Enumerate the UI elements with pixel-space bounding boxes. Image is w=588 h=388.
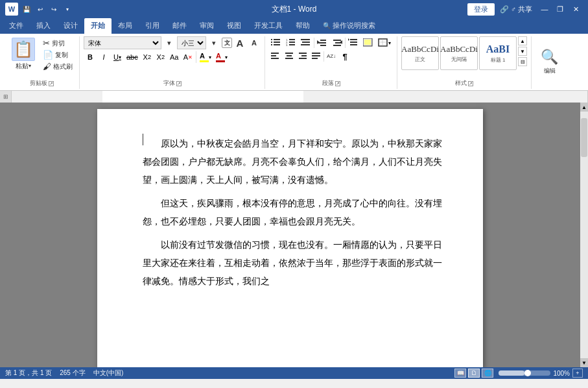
border-button[interactable]: ▾ (376, 36, 393, 49)
tab-layout[interactable]: 布局 (112, 18, 139, 34)
copy-button[interactable]: 📄 复制 (40, 49, 75, 60)
subscript-button[interactable]: X2 (141, 51, 154, 64)
save-quick-btn[interactable]: 💾 (21, 3, 32, 15)
tab-design[interactable]: 设计 (57, 18, 84, 34)
find-button[interactable]: 🔍 编辑 (535, 46, 563, 78)
font-shrink-btn[interactable]: A (248, 36, 261, 49)
document-page[interactable]: 原以为，中秋夜定会皓月当空，月下祥和安宁。原以为，中秋那天家家都会团圆，户户都无… (97, 109, 483, 367)
paste-dropdown-icon[interactable]: ▾ (29, 63, 31, 69)
underline-button[interactable]: U ▾ (111, 51, 124, 64)
tab-file[interactable]: 文件 (3, 18, 30, 34)
style-heading1[interactable]: AaBI 标题 1 (479, 36, 517, 70)
svg-rect-29 (379, 39, 387, 46)
font-expand-icon[interactable]: ↗ (176, 81, 182, 86)
format-painter-button[interactable]: 🖌 格式刷 (40, 61, 75, 72)
read-view-btn[interactable]: 📖 (454, 369, 466, 378)
svg-rect-18 (320, 45, 326, 46)
clear-format-button[interactable]: A ✕ (182, 51, 194, 64)
zoom-thumb[interactable] (524, 370, 531, 376)
superscript-button[interactable]: X2 (154, 51, 167, 64)
font-size-dropdown-btn[interactable]: ▾ (207, 36, 220, 49)
styles-more-btn[interactable]: ⊟ (518, 57, 527, 66)
svg-rect-47 (102, 91, 303, 103)
title-bar-left: W 💾 ↩ ↪ ▾ (5, 3, 73, 16)
zoom-level: 100% (553, 370, 570, 377)
wynneditor-icon[interactable]: 文 (222, 38, 232, 48)
tab-developer[interactable]: 开发工具 (248, 18, 289, 34)
styles-scroll-down-btn[interactable]: ▼ (518, 47, 527, 56)
align-right-button[interactable] (296, 50, 309, 63)
zoom-in-btn[interactable]: + (572, 369, 583, 378)
show-para-button[interactable]: ¶ (338, 50, 351, 63)
bold-button[interactable]: B (84, 51, 97, 64)
undo-quick-btn[interactable]: ↩ (34, 3, 46, 15)
svg-rect-38 (299, 53, 307, 54)
font-size-select[interactable]: 小三 (177, 36, 206, 49)
font-name-select[interactable]: 宋体 (84, 36, 161, 49)
cut-button[interactable]: ✂ 剪切 (40, 38, 75, 49)
clear-format-icon: A (183, 53, 188, 61)
svg-text:↓: ↓ (333, 53, 336, 59)
align-center-button[interactable] (283, 50, 296, 63)
tab-help[interactable]: 帮助 (289, 18, 316, 34)
tab-view[interactable]: 视图 (220, 18, 248, 34)
style-nospacing[interactable]: AaBbCcDi 无间隔 (440, 36, 478, 70)
login-button[interactable]: 登录 (467, 3, 495, 16)
tab-review[interactable]: 审阅 (193, 18, 220, 34)
para-expand-icon[interactable]: ↗ (335, 81, 340, 86)
multilevel-button[interactable] (299, 36, 313, 49)
numbering-button[interactable]: 1.2.3. (284, 36, 298, 49)
clipboard-expand-icon[interactable]: ↗ (49, 81, 54, 86)
highlight-button[interactable]: A ▾ (198, 51, 213, 64)
align-left-button[interactable] (269, 50, 282, 63)
doc-paragraph-1[interactable]: 原以为，中秋夜定会皓月当空，月下祥和安宁。原以为，中秋那天家家都会团圆，户户都无… (143, 135, 444, 189)
web-view-btn[interactable]: 🌐 (482, 369, 493, 378)
tab-insert[interactable]: 插入 (30, 18, 57, 34)
doc-paragraph-3[interactable]: 以前没有过节发微信的习惯，现在也没有。一厢情愿的认为，只要平日里大家还在来往着，… (143, 236, 444, 291)
print-view-btn[interactable]: 🗋 (468, 369, 480, 378)
tab-search[interactable]: 🔍 操作说明搜索 (316, 18, 382, 34)
doc-paragraph-2[interactable]: 但这天，疾风骤雨，根本没有停的意思，月亮成了心中的向往。没有埋怨，也不必埋怨，只… (143, 195, 444, 231)
increase-indent-button[interactable] (330, 36, 344, 49)
scroll-down-button[interactable]: ▼ (580, 358, 588, 367)
scroll-up-button[interactable]: ▲ (580, 103, 588, 112)
bullets-button[interactable] (269, 36, 283, 49)
qa-dropdown-btn[interactable]: ▾ (62, 3, 73, 15)
restore-button[interactable]: ❐ (553, 3, 567, 15)
svg-rect-32 (271, 53, 279, 54)
title-bar: W 💾 ↩ ↪ ▾ 文档1 - Word 登录 🔗 ♂ 共享 — ❐ ✕ (0, 0, 588, 18)
style-normal[interactable]: AaBbCcDi 正文 (401, 36, 439, 70)
line-spacing-button[interactable] (346, 36, 360, 49)
share-button[interactable]: 🔗 ♂ 共享 (496, 3, 536, 16)
scroll-track[interactable] (580, 112, 588, 358)
italic-button[interactable]: I (97, 51, 110, 64)
close-button[interactable]: ✕ (569, 3, 583, 15)
styles-scroll-up-btn[interactable]: ▲ (518, 36, 527, 45)
para-row-1: 1.2.3. (269, 36, 393, 49)
styles-expand-icon[interactable]: ↗ (468, 81, 473, 86)
ruler-corner[interactable]: ⊞ (0, 91, 12, 103)
cut-icon: ✂ (43, 38, 50, 48)
word-count: 265 个字 (60, 369, 85, 378)
svg-rect-28 (364, 40, 371, 45)
font-grow-btn[interactable]: A (233, 36, 246, 49)
justify-button[interactable] (310, 50, 323, 63)
document-scroll-area[interactable]: 原以为，中秋夜定会皓月当空，月下祥和安宁。原以为，中秋那天家家都会团圆，户户都无… (0, 103, 580, 367)
tab-references[interactable]: 引用 (139, 18, 166, 34)
scroll-thumb[interactable] (581, 118, 587, 157)
font-name-dropdown-btn[interactable]: ▾ (163, 36, 176, 49)
paste-button[interactable]: 📋 粘贴 ▾ (8, 36, 39, 72)
shading-button[interactable] (361, 36, 375, 49)
tab-home[interactable]: 开始 (84, 18, 112, 34)
styles-group: AaBbCcDi 正文 AaBbCcDi 无间隔 AaBI 标题 1 (397, 36, 532, 89)
tab-mailings[interactable]: 邮件 (166, 18, 193, 34)
strikethrough-button[interactable]: abc (124, 51, 140, 64)
decrease-indent-button[interactable] (315, 36, 329, 49)
font-color-button[interactable]: A ▾ (214, 51, 229, 64)
redo-quick-btn[interactable]: ↪ (48, 3, 60, 15)
sort-button[interactable]: AZ↓ (325, 50, 338, 63)
zoom-slider[interactable] (499, 370, 550, 376)
minimize-button[interactable]: — (537, 3, 552, 15)
change-case-button[interactable]: Aa (168, 51, 181, 64)
underline-dropdown[interactable]: ▾ (119, 55, 121, 60)
